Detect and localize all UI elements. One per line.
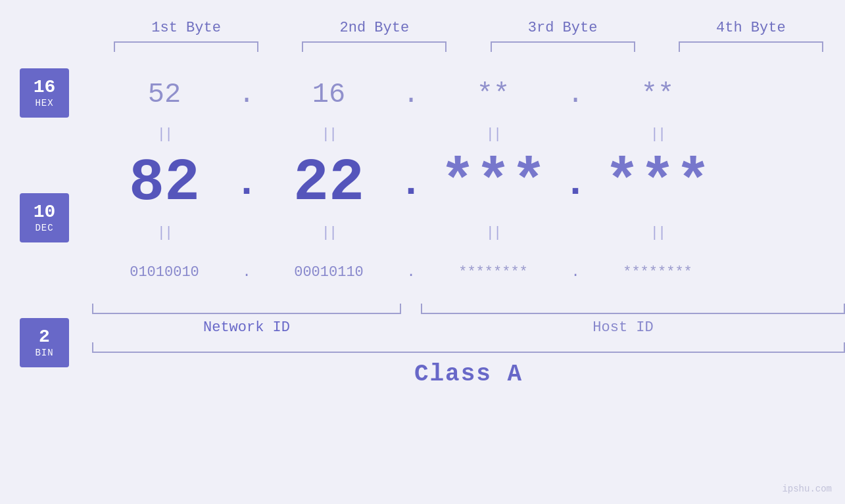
eq-2-4: || (585, 225, 730, 241)
hex-sep-3: . (566, 79, 585, 110)
network-id-label: Network ID (92, 319, 401, 336)
hex-badge-num: 16 (34, 78, 56, 98)
main-container: 1st Byte 2nd Byte 3rd Byte 4th Byte 16 H… (0, 0, 845, 504)
byte-header-2: 2nd Byte (302, 20, 447, 36)
dec-val-4: *** (604, 150, 711, 217)
bin-sep-1: . (237, 264, 256, 281)
eq-2-2: || (256, 225, 401, 241)
hex-val-3: ** (477, 79, 510, 110)
eq-1-1: || (92, 126, 237, 143)
id-labels-row: Network ID Host ID (92, 319, 845, 336)
hex-cell-1: 52 (92, 79, 237, 110)
bracket-bottom-left-right (256, 304, 401, 314)
dec-sep-3: . (566, 161, 585, 206)
hex-sep-1: . (237, 79, 256, 110)
top-brackets (0, 41, 845, 52)
dec-badge-num: 10 (34, 202, 56, 223)
bin-val-3: ******** (458, 264, 528, 281)
bin-cell-2: 00010110 (256, 264, 401, 281)
bracket-bottom-left-left (92, 304, 237, 314)
hex-val-1: 52 (148, 79, 181, 110)
byte-header-1: 1st Byte (114, 20, 258, 36)
eq-1-2: || (256, 126, 401, 143)
bracket-top-1 (114, 41, 258, 52)
eq-2-1: || (92, 225, 237, 241)
hex-cell-3: ** (421, 79, 566, 110)
dec-cell-3: *** (421, 150, 566, 217)
dec-row: 82 . 22 . *** . *** (92, 147, 845, 219)
bin-sep-3: . (566, 264, 585, 281)
bottom-brackets-row (92, 304, 845, 314)
bin-row: 01010010 . 00010110 . ******** . *******… (92, 246, 845, 298)
eq-2-3: || (421, 225, 566, 241)
dec-val-2: 22 (293, 150, 364, 217)
byte-headers-row: 1st Byte 2nd Byte 3rd Byte 4th Byte (0, 20, 845, 36)
hex-val-2: 16 (312, 79, 345, 110)
bracket-bottom-right-mid (566, 304, 585, 314)
bin-cell-4: ******** (585, 264, 730, 281)
hex-cell-2: 16 (256, 79, 401, 110)
main-area: 16 HEX 10 DEC 2 BIN 52 . (0, 58, 845, 388)
dec-sep-2: . (401, 161, 421, 206)
dec-val-3: *** (440, 150, 546, 217)
hex-sep-2: . (401, 79, 421, 110)
eq-row-1: || || || || (92, 121, 845, 147)
dec-cell-1: 82 (92, 150, 237, 217)
eq-1-3: || (421, 126, 566, 143)
bracket-top-3 (491, 41, 635, 52)
bracket-top-2 (302, 41, 447, 52)
bin-val-2: 00010110 (294, 264, 364, 281)
hex-cell-4: ** (585, 79, 730, 110)
hex-badge-label: HEX (35, 98, 53, 108)
dec-badge: 10 DEC (20, 193, 69, 242)
bin-cell-1: 01010010 (92, 264, 237, 281)
eq-row-2: || || || || (92, 219, 845, 246)
host-id-label: Host ID (401, 319, 845, 336)
dec-val-1: 82 (129, 150, 200, 217)
bracket-bottom-left-mid (237, 304, 256, 314)
badges-column: 16 HEX 10 DEC 2 BIN (0, 58, 92, 367)
class-label: Class A (92, 361, 845, 388)
watermark: ipshu.com (782, 484, 832, 494)
hex-badge: 16 HEX (20, 68, 69, 118)
dec-badge-label: DEC (35, 223, 53, 233)
big-bracket-row (92, 342, 845, 353)
bracket-bottom-right-right (585, 304, 845, 314)
dec-sep-1: . (237, 161, 256, 206)
byte-header-4: 4th Byte (679, 20, 823, 36)
bin-badge-num: 2 (39, 327, 50, 348)
dec-cell-2: 22 (256, 150, 401, 217)
dec-cell-4: *** (585, 150, 730, 217)
bin-cell-3: ******** (421, 264, 566, 281)
hex-val-4: ** (641, 79, 674, 110)
rows-area: 52 . 16 . ** . ** || || (92, 58, 845, 388)
bin-badge-label: BIN (35, 348, 53, 358)
bin-val-1: 01010010 (130, 264, 199, 281)
hex-row: 52 . 16 . ** . ** (92, 68, 845, 121)
big-bracket (92, 342, 845, 353)
bin-sep-2: . (401, 264, 421, 281)
bracket-top-4 (679, 41, 823, 52)
eq-1-4: || (585, 126, 730, 143)
bracket-bottom-right-left (421, 304, 566, 314)
bin-badge: 2 BIN (20, 318, 69, 367)
byte-header-3: 3rd Byte (491, 20, 635, 36)
bin-val-4: ******** (623, 264, 692, 281)
